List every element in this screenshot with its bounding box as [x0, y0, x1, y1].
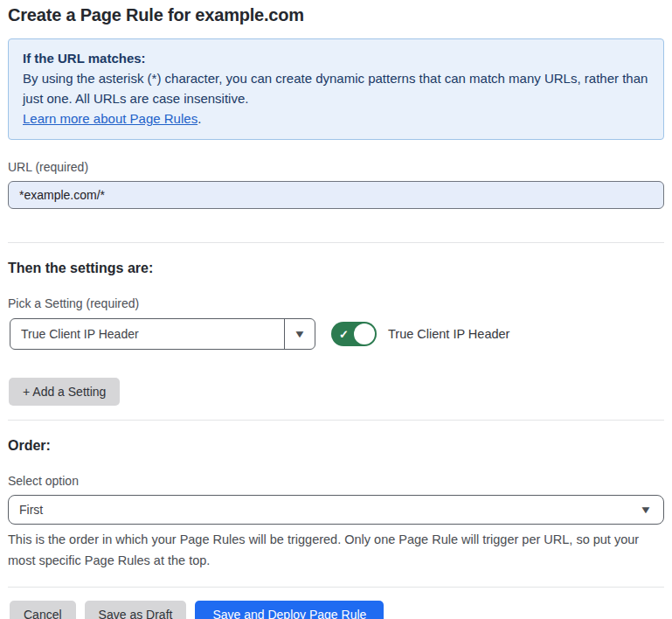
info-link-row: Learn more about Page Rules.: [23, 108, 649, 129]
divider: [8, 587, 664, 588]
url-input[interactable]: [8, 181, 664, 209]
setting-row: True Client IP Header ▼ ✓ True Client IP…: [8, 318, 664, 350]
setting-toggle-label: True Client IP Header: [388, 327, 509, 341]
save-as-draft-button[interactable]: Save as Draft: [85, 601, 187, 619]
page-title: Create a Page Rule for example.com: [8, 5, 664, 25]
url-match-info-box: If the URL matches: By using the asteris…: [8, 38, 664, 140]
settings-heading: Then the settings are:: [8, 261, 664, 276]
chevron-down-icon: ▼: [294, 329, 307, 339]
add-setting-button[interactable]: + Add a Setting: [9, 378, 120, 406]
toggle-knob: [354, 323, 375, 344]
order-select[interactable]: First ▼: [8, 495, 664, 525]
url-label: URL (required): [8, 160, 664, 174]
select-option-label: Select option: [8, 474, 664, 488]
info-box-body: By using the asterisk (*) character, you…: [23, 68, 649, 108]
order-heading: Order:: [8, 438, 664, 454]
save-and-deploy-button[interactable]: Save and Deploy Page Rule: [195, 601, 384, 619]
link-period: .: [197, 111, 201, 126]
setting-select-arrow-button[interactable]: ▼: [284, 319, 315, 349]
order-help-text: This is the order in which your Page Rul…: [8, 529, 664, 571]
divider: [8, 242, 664, 243]
pick-setting-label: Pick a Setting (required): [8, 296, 664, 310]
chevron-down-icon: ▼: [640, 504, 653, 515]
divider: [8, 420, 664, 421]
info-box-heading: If the URL matches:: [23, 48, 649, 68]
setting-toggle[interactable]: ✓: [331, 322, 377, 346]
check-icon: ✓: [339, 329, 349, 340]
cancel-button[interactable]: Cancel: [10, 601, 76, 619]
order-select-value: First: [9, 503, 43, 517]
learn-more-link[interactable]: Learn more about Page Rules: [23, 111, 197, 126]
setting-select-value: True Client IP Header: [10, 327, 139, 341]
setting-select[interactable]: True Client IP Header ▼: [10, 318, 315, 350]
create-page-rule-form: Create a Page Rule for example.com If th…: [0, 0, 672, 619]
action-button-row: Cancel Save as Draft Save and Deploy Pag…: [10, 601, 664, 619]
